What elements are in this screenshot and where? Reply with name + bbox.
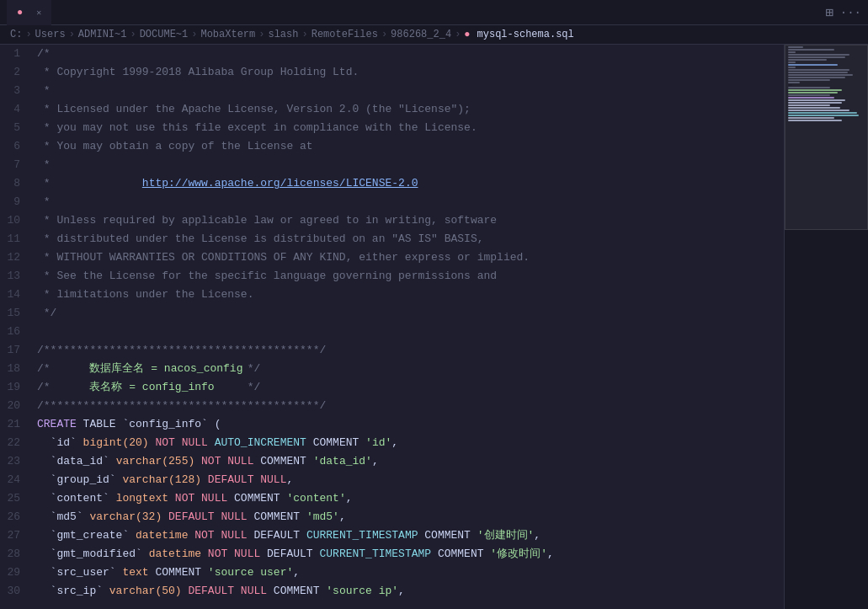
line-content: /***************************************… [34,341,784,360]
line-content: /* [34,45,784,63]
table-row: 30 `src_ip` varchar(50) DEFAULT NULL COM… [0,582,784,601]
table-row: 27 `gmt_create` datetime NOT NULL DEFAUL… [0,526,784,545]
minimap-line [788,87,830,88]
line-content: * Unless required by applicable law or a… [34,211,784,230]
table-row: 13 * See the License for the specific la… [0,267,784,286]
minimap-line [788,49,834,51]
file-tab[interactable]: ● ✕ [7,0,51,25]
line-number: 14 [0,286,34,304]
line-content: * WITHOUT WARRANTIES OR CONDITIONS OF AN… [34,248,784,267]
line-number: 8 [0,174,34,193]
breadcrumb-remote[interactable]: RemoteFiles [312,29,378,40]
layout-icon[interactable]: ⊞ [825,4,833,21]
minimap-line [788,110,849,111]
minimap-line [788,97,834,99]
line-number: 1 [0,45,34,63]
minimap-line [788,79,830,81]
minimap-line [788,74,853,76]
table-row: 26 `md5` varchar(32) DEFAULT NULL COMMEN… [0,508,784,526]
line-number: 25 [0,489,34,508]
line-content: /* 数据库全名 = nacos_config */ [34,360,784,378]
breadcrumb-admin[interactable]: ADMINI~1 [78,29,127,40]
line-number: 10 [0,211,34,230]
table-row: 19/* 表名称 = config_info */ [0,378,784,397]
minimap-line [788,69,849,71]
table-row: 7 * [0,156,784,174]
breadcrumb-num[interactable]: 986268_2_4 [391,29,451,40]
line-content: `src_user` text COMMENT 'source user', [34,564,784,582]
sep5: › [258,29,264,40]
minimap-line [788,51,796,53]
line-content: /***************************************… [34,397,784,415]
breadcrumb-c[interactable]: C: [10,29,22,40]
table-row: 11 * distributed under the License is di… [0,230,784,248]
breadcrumb-users[interactable]: Users [35,29,66,40]
more-menu-icon[interactable]: ··· [840,6,861,19]
line-number: 2 [0,63,34,82]
line-number: 23 [0,452,34,471]
line-content: * you may not use this file except in co… [34,119,784,137]
sep4: › [191,29,197,40]
table-row: 24 `group_id` varchar(128) DEFAULT NULL, [0,471,784,489]
close-tab-icon[interactable]: ✕ [36,8,41,18]
breadcrumb: C: › Users › ADMINI~1 › DOCUME~1 › MobaX… [0,25,868,45]
sep6: › [301,29,307,40]
line-number: 13 [0,267,34,286]
code-editor[interactable]: 1/*2 * Copyright 1999-2018 Alibaba Group… [0,45,784,609]
line-content: * limitations under the License. [34,286,784,304]
line-content: `gmt_modified` datetime NOT NULL DEFAULT… [34,545,784,564]
line-number: 9 [0,193,34,211]
line-number: 30 [0,582,34,601]
table-row: 28 `gmt_modified` datetime NOT NULL DEFA… [0,545,784,564]
minimap-line [788,92,838,93]
minimap-line [788,77,845,78]
minimap-line [788,61,796,63]
table-row: 10 * Unless required by applicable law o… [0,211,784,230]
tab-file-icon: ● [17,7,23,19]
minimap-line [788,107,840,109]
title-bar-actions: ⊞ ··· [825,4,861,21]
minimap-line [788,84,792,86]
line-number: 17 [0,341,34,360]
breadcrumb-moba[interactable]: MobaXterm [200,29,255,40]
table-row: 6 * You may obtain a copy of the License… [0,137,784,156]
line-number: 5 [0,119,34,137]
line-number: 22 [0,434,34,452]
minimap-line [788,54,849,56]
code-lines: 1/*2 * Copyright 1999-2018 Alibaba Group… [0,45,784,609]
line-content: /* 表名称 = config_info */ [34,378,784,397]
table-row: 3 * [0,82,784,100]
line-number: 16 [0,323,34,341]
line-number: 24 [0,471,34,489]
line-number: 28 [0,545,34,564]
minimap-line [788,82,800,83]
table-row: 17/*************************************… [0,341,784,360]
breadcrumb-docs[interactable]: DOCUME~1 [140,29,189,40]
line-content: * distributed under the License is distr… [34,230,784,248]
table-row: 5 * you may not use this file except in … [0,119,784,137]
line-content: `content` longtext NOT NULL COMMENT 'con… [34,489,784,508]
minimap-line [788,117,834,119]
line-number: 19 [0,378,34,397]
minimap-line [788,115,859,116]
table-row: 8 * http://www.apache.org/licenses/LICEN… [0,174,784,193]
line-content: `id` bigint(20) NOT NULL AUTO_INCREMENT … [34,434,784,452]
minimap-line [788,72,848,73]
line-number: 11 [0,230,34,248]
minimap-line [788,46,803,48]
line-content: * [34,156,784,174]
table-row: 23 `data_id` varchar(255) NOT NULL COMME… [0,452,784,471]
table-row: 21CREATE TABLE `config_info` ( [0,415,784,434]
breadcrumb-file-icon: ● [464,29,470,40]
line-number: 7 [0,156,34,174]
table-row: 29 `src_user` text COMMENT 'source user'… [0,564,784,582]
line-number: 27 [0,526,34,545]
editor-area: 1/*2 * Copyright 1999-2018 Alibaba Group… [0,45,868,609]
line-number: 15 [0,304,34,323]
line-number: 26 [0,508,34,526]
table-row: 12 * WITHOUT WARRANTIES OR CONDITIONS OF… [0,248,784,267]
line-number: 4 [0,100,34,119]
minimap-line [788,112,857,114]
line-number: 20 [0,397,34,415]
breadcrumb-slash[interactable]: slash [268,29,298,40]
